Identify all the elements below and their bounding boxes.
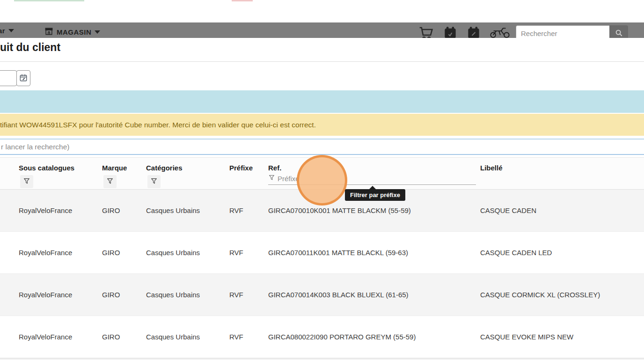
nav-menu-partial[interactable]: ar xyxy=(0,27,14,35)
cell-marque: GIRO xyxy=(102,333,146,341)
cell-categorie: Casques Urbains xyxy=(146,291,229,299)
app-window: ar MAGASIN xyxy=(0,0,644,360)
chevron-down-icon xyxy=(8,29,14,32)
date-picker-button[interactable] xyxy=(16,70,30,86)
table-row[interactable]: RoyalVeloFrance GIRO Casques Urbains RVF… xyxy=(0,232,644,274)
funnel-icon xyxy=(150,177,158,186)
calendar-edit-icon xyxy=(19,73,28,83)
cell-prefixe: RVF xyxy=(229,206,268,214)
column-label: Sous catalogues xyxy=(19,164,102,172)
cell-sous-catalogue: RoyalVeloFrance xyxy=(0,249,102,257)
funnel-icon xyxy=(23,177,30,186)
calendar-icon[interactable] xyxy=(444,26,457,38)
cell-categorie: Casques Urbains xyxy=(146,333,229,341)
info-banner xyxy=(0,90,644,113)
cell-prefixe: RVF xyxy=(229,291,268,299)
cell-marque: GIRO xyxy=(102,291,146,299)
column-marque: Marque xyxy=(102,158,146,189)
chevron-down-icon xyxy=(95,30,100,34)
click-indicator-circle xyxy=(297,155,347,206)
cell-marque: GIRO xyxy=(102,249,146,257)
column-sous-catalogues: Sous catalogues xyxy=(0,158,102,189)
cell-ref: GIRCA070010K001 MATTE BLACKM (55-59) xyxy=(268,206,480,214)
tooltip-text: Filtrer par préfixe xyxy=(350,191,400,198)
filter-button-sous-catalogues[interactable] xyxy=(20,175,33,188)
tooltip-arrow xyxy=(369,186,376,189)
top-navigation: ar MAGASIN xyxy=(0,22,644,38)
cell-sous-catalogue: RoyalVeloFrance xyxy=(0,291,102,299)
cell-categorie: Casques Urbains xyxy=(146,206,229,214)
cart-icon[interactable] xyxy=(418,26,434,38)
cell-libelle: CASQUE CADEN LED xyxy=(480,249,644,257)
filter-button-marque[interactable] xyxy=(103,175,117,188)
funnel-icon xyxy=(106,177,114,186)
table-row[interactable]: RoyalVeloFrance GIRO Casques Urbains RVF… xyxy=(0,274,644,316)
page-title: uit du client xyxy=(0,41,60,54)
cell-sous-catalogue: RoyalVeloFrance xyxy=(0,206,102,214)
cell-libelle: CASQUE EVOKE MIPS NEW xyxy=(480,333,644,341)
cell-ref: GIRCA070014K003 BLACK BLUEXL (61-65) xyxy=(268,291,480,299)
cell-ref: GIRCA070011K001 MATTE BLACKL (59-63) xyxy=(268,249,480,257)
cell-prefixe: RVF xyxy=(229,333,268,341)
browser-edge-green xyxy=(14,0,84,1)
filter-button-categories[interactable] xyxy=(147,175,161,188)
column-libelle: Libellé xyxy=(480,158,644,189)
column-label: Préfixe xyxy=(229,164,268,172)
table-row[interactable]: RoyalVeloFrance GIRO Casques Urbains RVF… xyxy=(0,316,644,358)
nav-search-input[interactable] xyxy=(516,25,609,38)
search-icon xyxy=(615,29,623,38)
product-search-input[interactable] xyxy=(0,139,644,155)
cell-marque: GIRO xyxy=(102,206,146,214)
cell-libelle: CASQUE CADEN xyxy=(480,206,644,214)
cell-prefixe: RVF xyxy=(229,249,268,257)
motorcycle-icon[interactable] xyxy=(489,26,511,38)
nav-menu-partial-label: ar xyxy=(0,27,5,35)
divider xyxy=(0,61,644,62)
next-row-peek xyxy=(0,358,644,360)
browser-edge-red xyxy=(232,0,253,1)
column-label: Marque xyxy=(102,164,146,172)
funnel-icon xyxy=(268,174,275,183)
nav-menu-magasin[interactable]: MAGASIN xyxy=(44,27,100,37)
calendar-icon[interactable] xyxy=(467,26,480,38)
column-label: Libellé xyxy=(480,164,644,172)
nav-search-button[interactable] xyxy=(609,25,628,38)
cell-sous-catalogue: RoyalVeloFrance xyxy=(0,333,102,341)
column-prefixe: Préfixe xyxy=(229,158,268,189)
store-icon xyxy=(44,27,53,37)
tooltip-filtrer-par-prefixe: Filtrer par préfixe xyxy=(345,189,405,201)
column-categories: Catégories xyxy=(146,158,229,189)
column-label: Catégories xyxy=(146,164,229,172)
cell-libelle: CASQUE CORMICK XL (CROSSLEY) xyxy=(480,291,644,299)
warning-banner: tifiant WOW44591LSFX pour l'autorité Cub… xyxy=(0,114,644,136)
warning-banner-text: tifiant WOW44591LSFX pour l'autorité Cub… xyxy=(0,121,316,129)
cell-ref: GIRCA080022I090 PORTARO GREYM (55-59) xyxy=(268,333,480,341)
nav-menu-magasin-label: MAGASIN xyxy=(57,28,91,36)
cell-categorie: Casques Urbains xyxy=(146,249,229,257)
date-input[interactable] xyxy=(0,70,17,86)
